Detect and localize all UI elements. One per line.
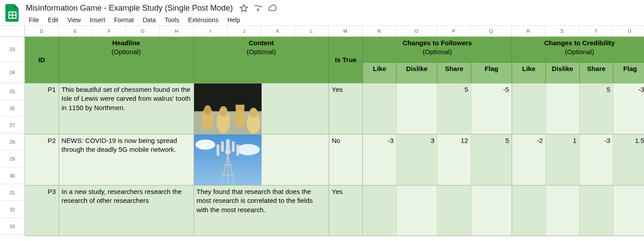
header-credibility-dislike[interactable]: Dislike: [546, 63, 579, 75]
header-istrue[interactable]: Is True: [329, 37, 362, 83]
header-credibility-share[interactable]: Share: [580, 63, 613, 75]
cell-headline[interactable]: In a new study, researchers research the…: [59, 186, 194, 207]
cell-credibility-dislike[interactable]: [546, 186, 579, 189]
cell-followers-like[interactable]: -3: [363, 134, 396, 147]
header-followers-flag[interactable]: Flag: [471, 63, 512, 75]
cell-istrue[interactable]: Yes: [329, 83, 362, 96]
move-folder-icon[interactable]: [253, 4, 263, 13]
menu-help[interactable]: Help: [223, 15, 244, 25]
col-header[interactable]: R: [512, 26, 545, 36]
row-header[interactable]: 31: [0, 184, 25, 201]
cell-credibility-share[interactable]: 5: [580, 83, 613, 96]
cell-credibility-flag[interactable]: 1.5: [613, 134, 644, 147]
header-content[interactable]: Content(Optional): [194, 37, 329, 59]
cell-followers-flag[interactable]: 5: [471, 134, 512, 147]
col-header[interactable]: N: [362, 26, 396, 36]
header-credibility[interactable]: Changes to Credibility(Optional): [512, 37, 644, 59]
header-followers-dislike[interactable]: Dislike: [397, 63, 437, 75]
col-header[interactable]: T: [579, 26, 613, 36]
col-header[interactable]: E: [59, 26, 92, 36]
menu-file[interactable]: File: [25, 15, 43, 25]
menu-extensions[interactable]: Extensions: [184, 15, 222, 25]
cell-followers-like[interactable]: [363, 83, 396, 87]
cell-id[interactable]: P2: [25, 134, 59, 147]
cell-followers-share[interactable]: [437, 186, 471, 189]
col-header[interactable]: J: [227, 26, 261, 36]
cell-content[interactable]: They found that research that does the m…: [194, 186, 329, 216]
row-header[interactable]: 25: [0, 83, 25, 100]
cell-credibility-like[interactable]: [512, 83, 545, 87]
cell-followers-flag[interactable]: -5: [471, 83, 512, 96]
col-header[interactable]: L: [295, 26, 329, 36]
col-header[interactable]: O: [396, 26, 437, 36]
cell-followers-dislike[interactable]: [397, 186, 437, 189]
menu-format[interactable]: Format: [110, 15, 138, 25]
header-credibility-like[interactable]: Like: [512, 63, 545, 75]
menu-data[interactable]: Data: [139, 15, 160, 25]
cell-followers-share[interactable]: 12: [437, 134, 471, 147]
header-followers-share[interactable]: Share: [437, 63, 471, 75]
col-header[interactable]: Q: [471, 26, 512, 36]
row-header[interactable]: 33: [0, 218, 25, 235]
sheets-icon[interactable]: [4, 4, 21, 22]
header-followers-like[interactable]: Like: [363, 63, 396, 75]
cloud-status-icon[interactable]: [267, 4, 277, 13]
cell-followers-dislike[interactable]: 3: [397, 134, 437, 147]
star-icon[interactable]: [239, 4, 249, 13]
menu-tools[interactable]: Tools: [161, 15, 183, 25]
cell-headline[interactable]: This beautiful set of chessmen found on …: [59, 83, 194, 114]
cell-followers-share[interactable]: 5: [437, 83, 471, 96]
cell-credibility-share[interactable]: -3: [580, 134, 613, 147]
col-header[interactable]: G: [126, 26, 160, 36]
cell-credibility-like[interactable]: [512, 186, 545, 189]
cell-id[interactable]: P3: [25, 186, 59, 198]
row-header[interactable]: 32: [0, 201, 25, 218]
image-chess: [194, 83, 262, 134]
row-header[interactable]: 30: [0, 167, 25, 184]
svg-rect-21: [216, 145, 219, 156]
col-header[interactable]: U: [613, 26, 644, 36]
cell-id[interactable]: P1: [25, 83, 59, 96]
row-header[interactable]: 26: [0, 100, 25, 117]
col-header[interactable]: K: [261, 26, 295, 36]
cell-credibility-dislike[interactable]: [546, 83, 579, 87]
row-header[interactable]: 24: [0, 62, 25, 83]
cell-credibility-like[interactable]: -2: [512, 134, 545, 147]
cell-followers-like[interactable]: [363, 186, 396, 189]
menu-view[interactable]: View: [64, 15, 85, 25]
menu-edit[interactable]: Edit: [44, 15, 63, 25]
header-credibility-flag[interactable]: Flag: [613, 63, 644, 75]
cell-istrue[interactable]: Yes: [329, 186, 362, 198]
cell-content[interactable]: [262, 134, 329, 138]
cell-content[interactable]: [262, 83, 329, 87]
cell-credibility-dislike[interactable]: 1: [546, 134, 579, 147]
col-header[interactable]: D: [25, 26, 59, 36]
cell-istrue[interactable]: No: [329, 134, 362, 147]
row-header-col: 23 24 25 26 27 28 29 30 31 32 33: [0, 37, 25, 236]
header-headline[interactable]: Headline(Optional): [59, 37, 194, 59]
cell-credibility-share[interactable]: [580, 186, 613, 189]
svg-point-12: [249, 108, 257, 118]
header-id[interactable]: ID: [25, 37, 59, 83]
col-header[interactable]: H: [160, 26, 194, 36]
menu-insert[interactable]: Insert: [86, 15, 109, 25]
row-header[interactable]: 29: [0, 150, 25, 167]
select-all-corner[interactable]: [0, 26, 25, 36]
cell-headline[interactable]: NEWS: COVID-19 is now being spread throu…: [59, 134, 194, 156]
row-header[interactable]: 27: [0, 117, 25, 134]
cell-followers-dislike[interactable]: [397, 83, 437, 87]
spreadsheet-grid[interactable]: IDHeadline(Optional)Content(Optional)Is …: [25, 37, 644, 236]
svg-point-15: [236, 144, 260, 155]
row-header[interactable]: 28: [0, 134, 25, 150]
header-followers[interactable]: Changes to Followers(Optional): [363, 37, 512, 59]
col-header[interactable]: P: [437, 26, 471, 36]
row-header[interactable]: 23: [0, 37, 25, 62]
cell-credibility-flag[interactable]: -3: [613, 83, 644, 96]
document-title[interactable]: Misinformation Game - Example Study (Sin…: [24, 3, 235, 14]
col-header[interactable]: F: [92, 26, 126, 36]
col-header[interactable]: I: [194, 26, 227, 36]
col-header[interactable]: S: [545, 26, 579, 36]
col-header[interactable]: M: [329, 26, 362, 36]
cell-followers-flag[interactable]: [471, 186, 512, 189]
cell-credibility-flag[interactable]: [613, 186, 644, 189]
